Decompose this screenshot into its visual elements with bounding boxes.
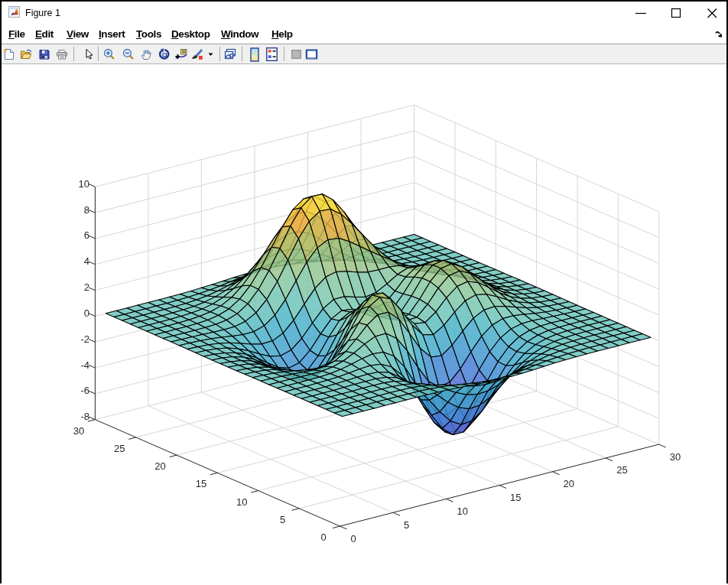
svg-text:8: 8 <box>84 204 89 216</box>
svg-text:25: 25 <box>616 464 627 476</box>
svg-text:25: 25 <box>114 443 125 454</box>
svg-text:10: 10 <box>457 505 468 517</box>
svg-text:5: 5 <box>404 519 409 531</box>
svg-text:-6: -6 <box>80 385 89 396</box>
svg-text:20: 20 <box>154 460 165 472</box>
svg-text:-2: -2 <box>80 333 89 345</box>
svg-text:0: 0 <box>84 307 89 319</box>
svg-text:4: 4 <box>84 255 89 267</box>
svg-text:5: 5 <box>280 514 285 525</box>
svg-text:10: 10 <box>79 178 89 190</box>
svg-text:6: 6 <box>84 229 89 241</box>
svg-text:20: 20 <box>564 478 574 489</box>
svg-text:30: 30 <box>670 451 681 463</box>
svg-text:-8: -8 <box>80 411 89 422</box>
svg-text:10: 10 <box>236 496 247 508</box>
svg-text:15: 15 <box>196 478 206 489</box>
svg-text:30: 30 <box>73 425 84 437</box>
svg-text:0: 0 <box>351 533 356 544</box>
svg-text:15: 15 <box>510 492 521 503</box>
svg-text:0: 0 <box>320 531 326 543</box>
svg-text:2: 2 <box>84 281 89 293</box>
svg-text:-4: -4 <box>80 359 89 371</box>
